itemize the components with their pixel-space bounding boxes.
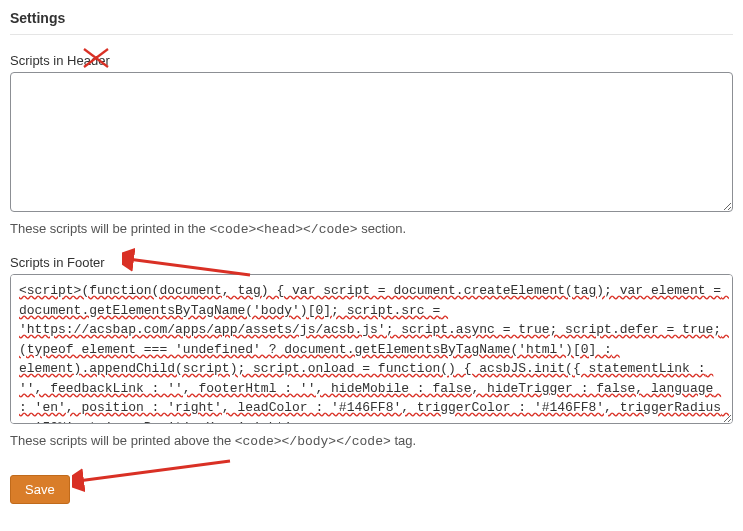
header-helper-code: <code><head></code> [209,222,357,237]
footer-helper-text: These scripts will be printed above the … [10,433,733,449]
footer-scripts-group: Scripts in Footer These scripts will be … [10,255,733,449]
header-scripts-label-text: Scripts in Header [10,53,110,68]
svg-line-3 [78,461,230,481]
header-scripts-group: Scripts in Header These scripts will be … [10,53,733,237]
footer-helper-code: <code></body></code> [235,434,391,449]
arrow-annotation-icon [122,235,252,277]
header-helper-suffix: section. [358,221,406,236]
svg-line-2 [128,259,250,275]
footer-helper-prefix: These scripts will be printed above the [10,433,235,448]
header-scripts-input[interactable] [10,72,733,212]
header-helper-prefix: These scripts will be printed in the [10,221,209,236]
arrow-annotation-icon [72,451,232,497]
footer-helper-suffix: tag. [391,433,416,448]
header-helper-text: These scripts will be printed in the <co… [10,221,733,237]
settings-heading: Settings [10,10,733,35]
footer-scripts-label-text: Scripts in Footer [10,255,105,270]
save-button[interactable]: Save [10,475,70,504]
footer-scripts-label: Scripts in Footer [10,255,733,270]
header-scripts-label: Scripts in Header [10,53,733,68]
footer-scripts-input[interactable] [10,274,733,424]
